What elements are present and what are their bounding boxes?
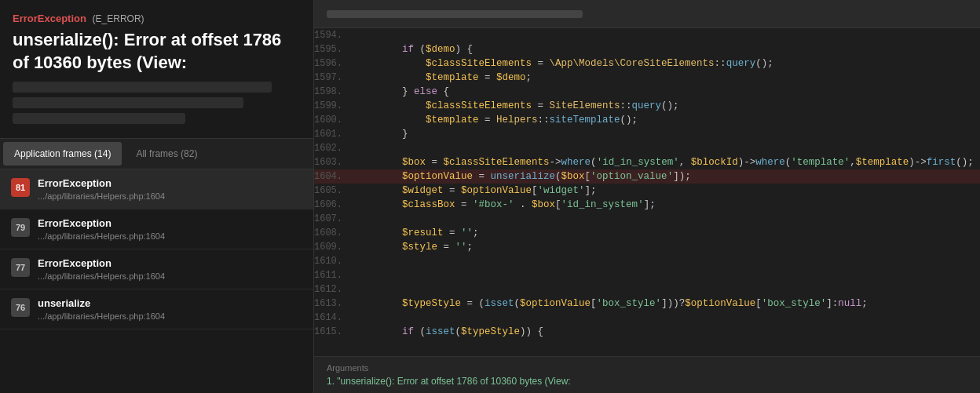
code-line: 1609. $style = '';: [314, 240, 980, 254]
code-line: 1614.: [314, 311, 980, 325]
redacted-bar-1: [13, 82, 272, 93]
frame-info: unserialize .../app/libraries/Helpers.ph…: [38, 297, 302, 321]
frame-number: 81: [11, 178, 30, 197]
frame-class: unserialize: [38, 297, 302, 309]
redacted-bar-2: [13, 97, 243, 108]
error-type-line: ErrorException (E_ERROR): [13, 13, 301, 24]
arguments-title: Arguments: [327, 363, 967, 373]
code-line: 1608. $result = '';: [314, 226, 980, 240]
code-line-highlighted: 1604. $optionValue = unserialize($box['o…: [314, 169, 980, 184]
code-line: 1612.: [314, 282, 980, 297]
frame-info: ErrorException .../app/libraries/Helpers…: [38, 217, 302, 241]
code-line: 1595. if ($demo) {: [314, 42, 980, 56]
left-panel: ErrorException (E_ERROR) unserialize(): …: [0, 0, 314, 393]
tab-all-frames[interactable]: All frames (82): [125, 139, 208, 169]
code-line: 1597. $template = $demo;: [314, 71, 980, 85]
code-line: 1605. $widget = $optionValue['widget'];: [314, 184, 980, 198]
code-line: 1598. } else {: [314, 85, 980, 99]
tabs-bar: Application frames (14) All frames (82): [0, 138, 313, 169]
frame-class: ErrorException: [38, 217, 302, 229]
code-line: 1599. $classSiteElements = SiteElements:…: [314, 99, 980, 113]
code-line: 1606. $classBox = '#box-' . $box['id_in_…: [314, 198, 980, 212]
frame-path: .../app/libraries/Helpers.php:1604: [38, 271, 302, 281]
code-header-bar: [327, 10, 583, 18]
frame-item[interactable]: 76 unserialize .../app/libraries/Helpers…: [0, 289, 313, 329]
error-message: unserialize(): Error at offset 1786 of 1…: [13, 29, 301, 74]
frame-number: 77: [11, 258, 30, 277]
error-code-badge: (E_ERROR): [93, 13, 144, 24]
code-line: 1603. $box = $classSiteElements->where('…: [314, 155, 980, 169]
frame-item[interactable]: 79 ErrorException .../app/libraries/Help…: [0, 209, 313, 249]
frame-path: .../app/libraries/Helpers.php:1604: [38, 311, 302, 321]
redacted-bar-3: [13, 113, 185, 124]
error-header: ErrorException (E_ERROR) unserialize(): …: [0, 0, 313, 138]
code-body[interactable]: 1594. 1595. if ($demo) { 1596. $classSit…: [314, 28, 980, 356]
frame-item[interactable]: 77 ErrorException .../app/libraries/Help…: [0, 249, 313, 289]
error-exception-label: ErrorException: [13, 13, 86, 24]
code-line: 1594.: [314, 28, 980, 42]
argument-item: 1. "unserialize(): Error at offset 1786 …: [327, 376, 967, 387]
frame-info: ErrorException .../app/libraries/Helpers…: [38, 257, 302, 281]
frame-class: ErrorException: [38, 257, 302, 269]
code-line: 1600. $template = Helpers::siteTemplate(…: [314, 113, 980, 127]
frame-item[interactable]: 81 ErrorException .../app/libraries/Help…: [0, 169, 313, 209]
code-line: 1613. $typeStyle = (isset($optionValue['…: [314, 297, 980, 311]
code-line: 1611.: [314, 268, 980, 282]
frame-path: .../app/libraries/Helpers.php:1604: [38, 191, 302, 201]
code-line: 1601. }: [314, 127, 980, 141]
frame-info: ErrorException .../app/libraries/Helpers…: [38, 177, 302, 201]
frame-class: ErrorException: [38, 177, 302, 189]
tab-application-frames[interactable]: Application frames (14): [3, 142, 122, 166]
frame-number: 76: [11, 298, 30, 317]
code-line: 1607.: [314, 212, 980, 226]
frame-path: .../app/libraries/Helpers.php:1604: [38, 231, 302, 241]
code-line: 1615. if (isset($typeStyle)) {: [314, 325, 980, 339]
frames-list: 81 ErrorException .../app/libraries/Help…: [0, 169, 313, 393]
code-line: 1596. $classSiteElements = \App\Models\C…: [314, 56, 980, 71]
code-header: [314, 0, 980, 28]
code-line: 1602.: [314, 141, 980, 155]
code-line: 1610.: [314, 254, 980, 268]
right-panel: 1594. 1595. if ($demo) { 1596. $classSit…: [314, 0, 980, 393]
frame-number: 79: [11, 218, 30, 237]
arguments-section: Arguments 1. "unserialize(): Error at of…: [314, 356, 980, 393]
